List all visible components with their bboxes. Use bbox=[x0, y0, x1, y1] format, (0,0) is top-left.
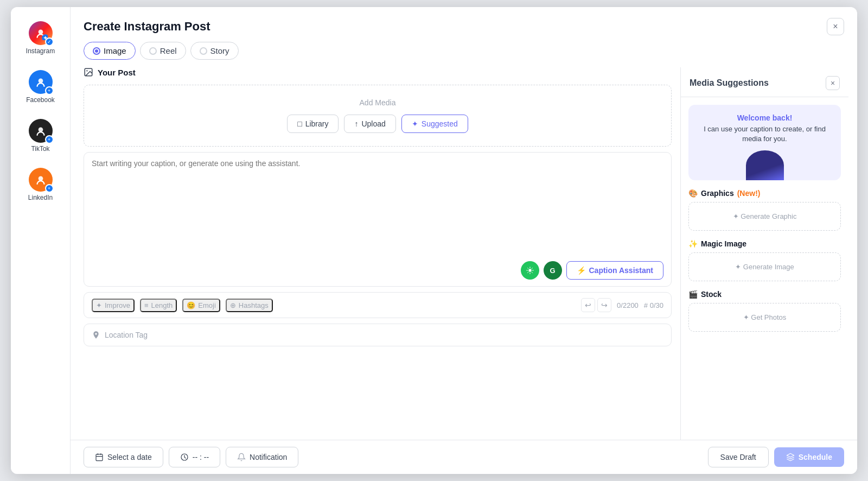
app-window: ✓ Instagram + Facebook + bbox=[11, 7, 857, 474]
length-button[interactable]: ≡ Length bbox=[140, 299, 177, 312]
generate-image-label: ✦ Generate Image bbox=[735, 263, 794, 271]
magic-image-title: ✨ Magic Image bbox=[688, 239, 841, 248]
ai-icon[interactable] bbox=[521, 261, 539, 280]
generate-graphic-box[interactable]: ✦ Generate Graphic bbox=[688, 202, 841, 231]
media-buttons: □ Library ↑ Upload ✦ Suggested bbox=[287, 115, 468, 133]
panel-header: Media Suggestions × bbox=[681, 67, 848, 97]
sidebar-facebook-label: Facebook bbox=[26, 96, 55, 104]
facebook-plus-badge: + bbox=[45, 86, 54, 95]
redo-button[interactable]: ↪ bbox=[597, 298, 611, 312]
improve-icon: ✦ bbox=[96, 301, 102, 309]
svg-point-4 bbox=[38, 176, 43, 181]
svg-rect-8 bbox=[96, 454, 103, 461]
stock-section: 🎬 Stock ✦ Get Photos bbox=[688, 290, 841, 332]
undo-button[interactable]: ↩ bbox=[581, 298, 595, 312]
caption-textarea[interactable] bbox=[92, 159, 663, 257]
add-media-area: Add Media □ Library ↑ Upload ✦ Suggested bbox=[84, 85, 672, 147]
tab-story[interactable]: Story bbox=[190, 42, 239, 60]
magic-image-emoji: ✨ bbox=[688, 239, 698, 248]
body-area: Your Post Add Media □ Library ↑ Upload bbox=[71, 60, 857, 440]
graphics-title: 🎨 Graphics (New!) bbox=[688, 189, 841, 198]
sidebar-linkedin-label: LinkedIn bbox=[28, 194, 53, 201]
sidebar-item-tiktok[interactable]: + TikTok bbox=[16, 113, 65, 158]
sidebar-tiktok-label: TikTok bbox=[31, 145, 49, 153]
welcome-avatar bbox=[746, 150, 784, 180]
schedule-icon bbox=[786, 453, 795, 461]
stock-emoji: 🎬 bbox=[688, 290, 698, 299]
caption-assistant-button[interactable]: ⚡ Caption Assistant bbox=[566, 261, 664, 280]
save-draft-button[interactable]: Save Draft bbox=[708, 447, 769, 467]
bell-icon bbox=[237, 453, 246, 461]
suggested-icon: ✦ bbox=[412, 119, 418, 128]
instagram-check-badge: ✓ bbox=[45, 37, 54, 46]
modal-title: Create Instagram Post bbox=[84, 20, 210, 34]
generate-graphic-label: ✦ Generate Graphic bbox=[733, 212, 797, 220]
select-date-button[interactable]: Select a date bbox=[84, 447, 163, 467]
panel-title: Media Suggestions bbox=[690, 78, 769, 88]
svg-point-7 bbox=[528, 269, 531, 271]
welcome-card: Welcome back! I can use your caption to … bbox=[688, 105, 841, 180]
time-button[interactable]: -- : -- bbox=[169, 447, 220, 467]
hashtag-count: # 0/30 bbox=[644, 301, 663, 309]
notification-button[interactable]: Notification bbox=[226, 447, 298, 467]
tab-image-label: Image bbox=[104, 46, 126, 55]
clock-icon bbox=[180, 453, 189, 461]
svg-point-6 bbox=[86, 70, 87, 71]
tab-image[interactable]: Image bbox=[84, 42, 136, 60]
post-editor: Your Post Add Media □ Library ↑ Upload bbox=[84, 67, 674, 440]
panel-body: Welcome back! I can use your caption to … bbox=[681, 97, 848, 440]
main-content: Create Instagram Post × Image Reel Story bbox=[71, 7, 857, 474]
get-photos-label: ✦ Get Photos bbox=[743, 313, 787, 321]
tab-reel[interactable]: Reel bbox=[140, 42, 186, 60]
panel-close-button[interactable]: × bbox=[826, 76, 840, 90]
improve-button[interactable]: ✦ Improve bbox=[92, 299, 135, 312]
modal-close-button[interactable]: × bbox=[827, 18, 844, 35]
toolbar-undo: ↩ ↪ bbox=[581, 298, 611, 312]
location-tag-label: Location Tag bbox=[105, 331, 148, 339]
generate-image-box[interactable]: ✦ Generate Image bbox=[688, 252, 841, 281]
svg-point-2 bbox=[38, 79, 43, 84]
emoji-button[interactable]: 😊 Emoji bbox=[182, 299, 220, 312]
tab-story-radio bbox=[200, 47, 207, 55]
svg-point-3 bbox=[38, 128, 43, 132]
location-tag-row[interactable]: Location Tag bbox=[84, 324, 672, 346]
add-media-label: Add Media bbox=[360, 98, 396, 107]
stock-title: 🎬 Stock bbox=[688, 290, 841, 299]
tab-story-label: Story bbox=[210, 46, 229, 55]
sidebar-item-linkedin[interactable]: + LinkedIn bbox=[16, 162, 65, 207]
hashtags-button[interactable]: ⊕ Hashtags bbox=[226, 299, 273, 312]
sidebar-item-instagram[interactable]: ✓ Instagram bbox=[16, 16, 65, 60]
location-icon bbox=[92, 331, 100, 339]
avatar-instagram: ✓ bbox=[29, 21, 53, 45]
graphics-emoji: 🎨 bbox=[688, 189, 698, 198]
sidebar-item-facebook[interactable]: + Facebook bbox=[16, 65, 65, 109]
tab-reel-label: Reel bbox=[160, 46, 177, 55]
library-button[interactable]: □ Library bbox=[287, 115, 339, 133]
caption-assistant-icon: ⚡ bbox=[577, 266, 586, 275]
tab-reel-radio bbox=[149, 47, 157, 55]
schedule-button[interactable]: Schedule bbox=[774, 447, 844, 467]
tab-row: Image Reel Story bbox=[71, 35, 857, 60]
graphics-new-badge: (New!) bbox=[737, 189, 761, 198]
tab-image-radio bbox=[93, 47, 100, 55]
avatar-tiktok: + bbox=[29, 119, 53, 143]
welcome-title: Welcome back! bbox=[737, 113, 793, 122]
grammarly-icon[interactable]: G bbox=[544, 261, 562, 280]
upload-button[interactable]: ↑ Upload bbox=[344, 115, 395, 133]
caption-actions-row: G ⚡ Caption Assistant bbox=[92, 261, 663, 280]
hashtag-icon: ⊕ bbox=[230, 301, 236, 309]
modal-header: Create Instagram Post × bbox=[71, 7, 857, 35]
suggested-button[interactable]: ✦ Suggested bbox=[401, 115, 468, 133]
linkedin-plus-badge: + bbox=[45, 184, 54, 193]
char-count: 0/2200 bbox=[617, 301, 639, 309]
sidebar: ✓ Instagram + Facebook + bbox=[11, 7, 71, 474]
tiktok-plus-badge: + bbox=[45, 135, 54, 144]
length-icon: ≡ bbox=[144, 301, 149, 309]
get-photos-box[interactable]: ✦ Get Photos bbox=[688, 303, 841, 332]
image-icon bbox=[84, 67, 93, 77]
magic-image-section: ✨ Magic Image ✦ Generate Image bbox=[688, 239, 841, 281]
emoji-icon: 😊 bbox=[187, 301, 195, 309]
library-icon: □ bbox=[297, 119, 302, 128]
caption-area: G ⚡ Caption Assistant bbox=[84, 152, 672, 287]
svg-point-0 bbox=[38, 30, 43, 35]
